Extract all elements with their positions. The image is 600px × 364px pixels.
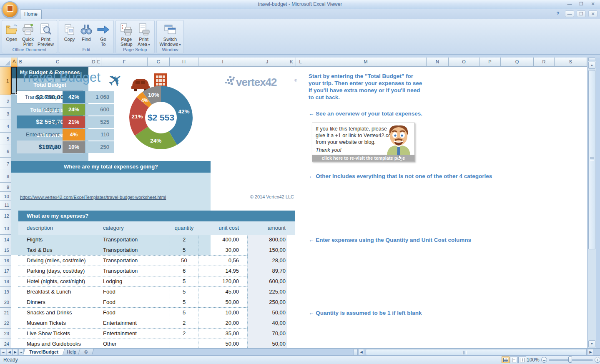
category-percent-cell[interactable]: 42% bbox=[63, 91, 85, 103]
category-percent-cell[interactable]: 4% bbox=[63, 129, 85, 141]
column-header-H[interactable]: H bbox=[170, 58, 198, 67]
category-percent-cell[interactable]: 10% bbox=[63, 141, 85, 153]
cell-description[interactable]: Breakfast & Lunch bbox=[27, 287, 102, 297]
cell-amount[interactable]: 89,70 bbox=[247, 266, 287, 276]
first-sheet-icon[interactable]: ⯬ bbox=[1, 349, 6, 355]
cell-quantity[interactable] bbox=[170, 339, 198, 348]
horizontal-scroll-thumb[interactable] bbox=[366, 349, 587, 355]
category-percent-cell[interactable]: 24% bbox=[63, 104, 85, 115]
cell-quantity[interactable]: 5 bbox=[170, 276, 198, 287]
column-header-P[interactable]: P bbox=[479, 58, 501, 67]
select-all-corner[interactable] bbox=[0, 58, 11, 67]
row-header-14[interactable]: 14 bbox=[0, 235, 11, 245]
print-area-button[interactable]: Print Area ▾ bbox=[137, 22, 151, 48]
switch-windows-button[interactable]: Switch Windows ▾ bbox=[160, 22, 181, 48]
column-header-I[interactable]: I bbox=[198, 58, 247, 67]
column-header-M[interactable]: M bbox=[305, 58, 427, 67]
cell-amount[interactable]: 28,00 bbox=[247, 256, 287, 266]
column-header-F[interactable]: F bbox=[101, 58, 148, 67]
cell-category[interactable]: Food bbox=[103, 287, 166, 297]
cell-unit-cost[interactable]: 14,95 bbox=[198, 266, 247, 276]
column-header-J[interactable]: J bbox=[247, 58, 287, 67]
print-preview-button[interactable]: Print Preview bbox=[38, 22, 54, 47]
row-header-4[interactable]: 4 bbox=[0, 120, 11, 133]
cell-unit-cost[interactable]: 35,00 bbox=[198, 329, 247, 339]
tab-home[interactable]: Home bbox=[20, 9, 42, 19]
row-header-24[interactable]: 24 bbox=[0, 339, 11, 348]
row-header-20[interactable]: 20 bbox=[0, 297, 11, 308]
help-icon[interactable]: ? bbox=[553, 10, 562, 17]
cell-quantity[interactable]: 5 bbox=[170, 297, 198, 308]
row-header-22[interactable]: 22 bbox=[0, 318, 11, 329]
horizontal-split-handle[interactable] bbox=[354, 349, 358, 355]
cell-unit-cost[interactable]: 0,56 bbox=[198, 256, 247, 266]
scroll-right-icon[interactable]: ▶ bbox=[588, 349, 593, 355]
column-header-L[interactable]: L bbox=[296, 58, 305, 67]
horizontal-scrollbar[interactable]: ◀ ▶ bbox=[354, 349, 594, 355]
close-icon[interactable]: ✕ bbox=[587, 1, 598, 7]
row-header-12[interactable]: 12 bbox=[0, 210, 11, 222]
category-value-cell[interactable]: 525 bbox=[86, 116, 114, 128]
find-button[interactable]: Find bbox=[80, 22, 93, 42]
cell-description[interactable]: Driving (miles, cost/mile) bbox=[27, 256, 102, 266]
sheet-tab-travelbudget[interactable]: TravelBudget bbox=[23, 349, 65, 356]
normal-view-icon[interactable] bbox=[502, 356, 510, 363]
cell-amount[interactable]: 800,00 bbox=[247, 235, 287, 245]
cell-quantity[interactable]: 6 bbox=[170, 266, 198, 276]
vertical-scrollbar[interactable]: ▲ ▼ bbox=[587, 58, 596, 348]
row-header-13[interactable]: 13 bbox=[0, 222, 11, 235]
column-header-B[interactable]: B bbox=[18, 58, 24, 67]
cell-quantity[interactable]: 2 bbox=[170, 318, 198, 329]
cell-description[interactable]: Dinners bbox=[27, 297, 102, 308]
minimize-icon[interactable]: — bbox=[564, 1, 575, 7]
column-header-E[interactable]: E bbox=[96, 58, 101, 67]
cell-unit-cost[interactable]: 45,00 bbox=[198, 287, 247, 297]
column-header-A[interactable]: A bbox=[11, 58, 18, 67]
column-header-O[interactable]: O bbox=[449, 58, 479, 67]
row-header-11[interactable]: 11 bbox=[0, 201, 11, 210]
vertical-split-handle[interactable] bbox=[588, 58, 595, 61]
copy-button[interactable]: Copy bbox=[63, 22, 76, 42]
cell-description[interactable]: Museum Tickets bbox=[27, 318, 102, 329]
page-setup-button[interactable]: Page Setup bbox=[120, 22, 133, 47]
row-header-7[interactable]: 7 bbox=[0, 158, 11, 170]
cell-amount[interactable]: 50,00 bbox=[247, 339, 287, 348]
cell-unit-cost[interactable]: 120,00 bbox=[198, 276, 247, 287]
cell-unit-cost[interactable]: 50,00 bbox=[198, 297, 247, 308]
row-header-23[interactable]: 23 bbox=[0, 329, 11, 339]
zoom-slider-handle[interactable] bbox=[568, 356, 572, 363]
cell-description[interactable]: Hotel (nights, cost/night) bbox=[27, 276, 102, 287]
cell-quantity[interactable]: 50 bbox=[170, 256, 198, 266]
workbook-minimize-icon[interactable]: — bbox=[565, 10, 574, 17]
row-header-17[interactable]: 17 bbox=[0, 266, 11, 276]
category-value-cell[interactable]: 600 bbox=[86, 104, 114, 115]
workbook-restore-icon[interactable]: ❐ bbox=[577, 10, 586, 17]
cell-category[interactable]: Transportation bbox=[103, 256, 166, 266]
category-value-cell[interactable]: 1 068 bbox=[86, 91, 114, 103]
cell-category[interactable]: Lodging bbox=[103, 276, 166, 287]
column-header-R[interactable]: R bbox=[534, 58, 555, 67]
cell-description[interactable]: Flights bbox=[27, 235, 102, 245]
row-header-2[interactable]: 2 bbox=[0, 95, 11, 108]
column-header-N[interactable]: N bbox=[427, 58, 449, 67]
cell-unit-cost[interactable]: 20,00 bbox=[198, 318, 247, 329]
sheet-tab-[interactable]: © bbox=[78, 349, 95, 356]
cell-category[interactable]: Entertainment bbox=[103, 318, 166, 329]
page-layout-view-icon[interactable] bbox=[510, 356, 518, 363]
row-header-1[interactable]: 1 bbox=[0, 67, 11, 95]
cell-amount[interactable]: 150,00 bbox=[247, 245, 287, 256]
template-link[interactable]: https://www.vertex42.com/ExcelTemplates/… bbox=[20, 195, 166, 200]
active-cell-selection[interactable] bbox=[11, 67, 17, 94]
scroll-up-icon[interactable]: ▲ bbox=[588, 62, 595, 69]
cell-description[interactable]: Snacks and Drinks bbox=[27, 308, 102, 318]
cell-category[interactable]: Transportation bbox=[103, 266, 166, 276]
column-header-C[interactable]: C bbox=[24, 58, 91, 67]
cell-amount[interactable]: 50,00 bbox=[247, 308, 287, 318]
scroll-left-icon[interactable]: ◀ bbox=[359, 349, 364, 355]
cell-unit-cost[interactable]: 50,00 bbox=[198, 339, 247, 348]
category-value-cell[interactable]: 250 bbox=[86, 141, 114, 153]
cell-amount[interactable]: 40,00 bbox=[247, 318, 287, 329]
open-button[interactable]: Open bbox=[5, 22, 18, 42]
cell-amount[interactable]: 600,00 bbox=[247, 276, 287, 287]
category-value-cell[interactable]: 110 bbox=[86, 129, 114, 141]
